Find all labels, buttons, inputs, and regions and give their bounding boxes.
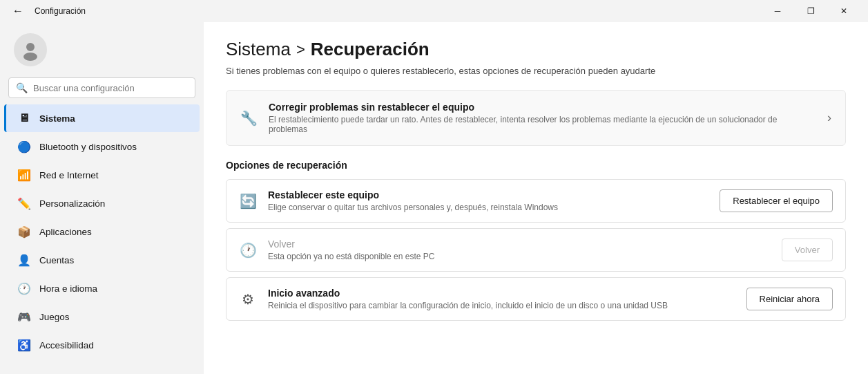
sidebar-item-juegos[interactable]: 🎮 Juegos [4, 303, 200, 330]
nav-list: 🖥 Sistema 🔵 Bluetooth y dispositivos 📶 R… [0, 104, 204, 359]
nav-label-aplicaciones: Aplicaciones [39, 227, 92, 237]
search-box[interactable]: 🔍 [8, 77, 195, 98]
sidebar: 🔍 🖥 Sistema 🔵 Bluetooth y dispositivos 📶… [0, 22, 204, 374]
recovery-card-reset: 🔄 Restablecer este equipo Elige conserva… [226, 179, 846, 223]
recovery-desc-reset: Elige conservar o quitar tus archivos pe… [268, 203, 708, 212]
nav-label-accesibilidad: Accesibilidad [39, 340, 94, 350]
nav-label-bluetooth: Bluetooth y dispositivos [39, 142, 137, 152]
nav-icon-bluetooth: 🔵 [17, 140, 31, 153]
nav-icon-sistema: 🖥 [17, 111, 31, 125]
nav-icon-personalizacion: ✏️ [17, 196, 31, 210]
nav-label-personalizacion: Personalización [39, 198, 105, 209]
svg-point-0 [26, 43, 35, 51]
maximize-button[interactable]: ❐ [795, 0, 827, 22]
titlebar-controls: ─ ❐ ✕ [762, 0, 860, 22]
fix-card-text: Corregir problemas sin restablecer el eq… [269, 102, 816, 134]
nav-label-hora: Hora e idioma [39, 283, 97, 294]
avatar [14, 33, 47, 66]
recovery-card-inicio-avanzado: ⚙ Inicio avanzado Reinicia el dispositiv… [226, 277, 846, 321]
titlebar-left: ← Configuración [8, 1, 86, 21]
nav-label-juegos: Juegos [39, 312, 70, 322]
recovery-text-volver: Volver Esta opción ya no está disponible… [268, 239, 771, 261]
recovery-title-inicio-avanzado: Inicio avanzado [268, 288, 735, 299]
recovery-button-inicio-avanzado[interactable]: Reiniciar ahora [746, 288, 833, 310]
breadcrumb: Sistema > Recuperación [226, 39, 846, 60]
nav-icon-red: 📶 [17, 168, 31, 182]
minimize-button[interactable]: ─ [762, 0, 793, 22]
sidebar-item-sistema[interactable]: 🖥 Sistema [4, 104, 200, 132]
recovery-text-inicio-avanzado: Inicio avanzado Reinicia el dispositivo … [268, 288, 735, 310]
breadcrumb-separator: > [296, 41, 305, 59]
close-button[interactable]: ✕ [828, 0, 860, 22]
page-title: Recuperación [311, 39, 430, 60]
nav-icon-accesibilidad: ♿ [17, 338, 31, 352]
nav-icon-juegos: 🎮 [17, 310, 31, 324]
nav-icon-hora: 🕐 [17, 281, 31, 295]
recovery-card-volver: 🕐 Volver Esta opción ya no está disponib… [226, 228, 846, 272]
nav-icon-cuentas: 👤 [17, 253, 31, 267]
recovery-section-title: Opciones de recuperación [226, 160, 846, 171]
chevron-right-icon: › [827, 111, 831, 125]
sidebar-item-hora[interactable]: 🕐 Hora e idioma [4, 274, 200, 302]
recovery-desc-inicio-avanzado: Reinicia el dispositivo para cambiar la … [268, 301, 735, 310]
nav-icon-aplicaciones: 📦 [17, 225, 31, 239]
sidebar-item-bluetooth[interactable]: 🔵 Bluetooth y dispositivos [4, 133, 200, 160]
fix-card-desc: El restablecimiento puede tardar un rato… [269, 115, 816, 134]
fix-card-title: Corregir problemas sin restablecer el eq… [269, 102, 816, 113]
recovery-icon-volver: 🕐 [239, 242, 257, 259]
nav-label-sistema: Sistema [39, 113, 75, 124]
search-input[interactable] [33, 83, 188, 93]
svg-point-1 [23, 53, 37, 61]
recovery-button-volver: Volver [782, 239, 833, 261]
sidebar-item-cuentas[interactable]: 👤 Cuentas [4, 246, 200, 274]
recovery-button-reset[interactable]: Restablecer el equipo [720, 189, 833, 212]
nav-label-red: Red e Internet [39, 170, 99, 180]
sidebar-item-personalizacion[interactable]: ✏️ Personalización [4, 189, 200, 217]
recovery-title-volver: Volver [268, 239, 771, 250]
breadcrumb-parent: Sistema [226, 39, 291, 60]
page-description: Si tienes problemas con el equipo o quie… [226, 66, 846, 76]
recovery-icon-inicio-avanzado: ⚙ [239, 291, 257, 308]
recovery-text-reset: Restablecer este equipo Elige conservar … [268, 189, 708, 212]
recovery-title-reset: Restablecer este equipo [268, 189, 708, 200]
recovery-list: 🔄 Restablecer este equipo Elige conserva… [226, 179, 846, 321]
fix-card[interactable]: 🔧 Corregir problemas sin restablecer el … [226, 90, 846, 146]
nav-label-cuentas: Cuentas [39, 255, 74, 265]
fix-card-icon: 🔧 [240, 110, 258, 127]
recovery-icon-reset: 🔄 [239, 193, 257, 209]
content-area: Sistema > Recuperación Si tienes problem… [204, 22, 868, 374]
search-icon: 🔍 [16, 82, 28, 93]
back-button[interactable]: ← [8, 1, 28, 21]
sidebar-item-accesibilidad[interactable]: ♿ Accesibilidad [4, 331, 200, 359]
recovery-desc-volver: Esta opción ya no está disponible en est… [268, 252, 771, 261]
sidebar-item-red[interactable]: 📶 Red e Internet [4, 161, 200, 189]
titlebar: ← Configuración ─ ❐ ✕ [0, 0, 868, 22]
sidebar-item-aplicaciones[interactable]: 📦 Aplicaciones [4, 218, 200, 245]
titlebar-title: Configuración [35, 6, 86, 16]
user-section [0, 22, 204, 77]
app-body: 🔍 🖥 Sistema 🔵 Bluetooth y dispositivos 📶… [0, 22, 868, 374]
